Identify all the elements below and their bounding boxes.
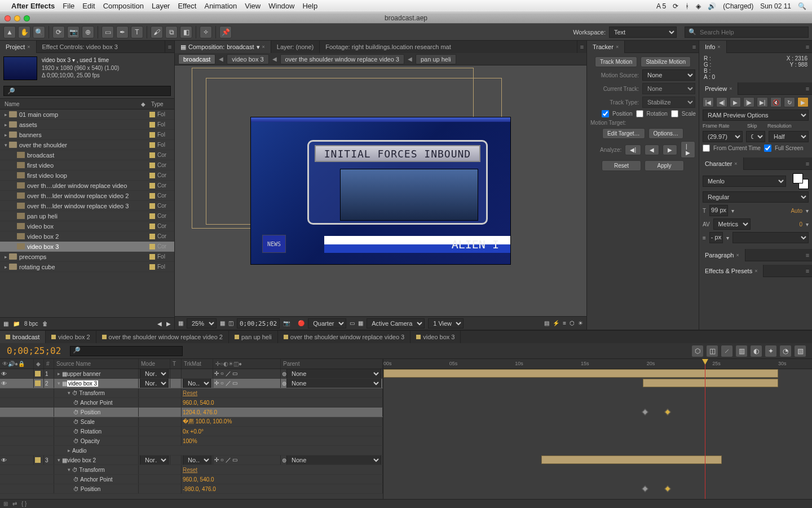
- col-label[interactable]: ◆: [141, 101, 151, 107]
- label-swatch[interactable]: [149, 112, 155, 117]
- battery-status[interactable]: (Charged): [723, 2, 753, 10]
- grid-icon[interactable]: ▦: [220, 320, 225, 326]
- effects-presets-tab[interactable]: Effects & Presets×: [699, 265, 764, 277]
- label-swatch[interactable]: [149, 142, 155, 148]
- edit-target-button[interactable]: Edit Target…: [602, 128, 645, 139]
- label-swatch[interactable]: [149, 173, 155, 178]
- layer-row[interactable]: ⏱ Opacity100%: [0, 436, 383, 446]
- trash-icon[interactable]: 🗑: [42, 321, 48, 327]
- info-tab[interactable]: Info×: [699, 41, 727, 53]
- panel-menu-icon[interactable]: ≡: [165, 43, 174, 50]
- label-swatch[interactable]: [149, 122, 155, 128]
- keyframe[interactable]: [664, 409, 670, 415]
- footage-tab[interactable]: Footage: right buildings.location resear…: [320, 41, 577, 53]
- hide-shy-icon[interactable]: ⟋: [721, 345, 733, 357]
- project-item[interactable]: video box 2Cor: [0, 231, 174, 242]
- loop-button[interactable]: ↻: [784, 97, 795, 107]
- ram-preview-options[interactable]: RAM Preview Options: [703, 110, 809, 121]
- project-item[interactable]: pan up heliCor: [0, 211, 174, 221]
- mask-icon[interactable]: ◫: [228, 320, 233, 326]
- label-swatch[interactable]: [149, 244, 155, 249]
- volume-icon[interactable]: 🔊: [708, 2, 716, 10]
- motion-source-select[interactable]: None: [642, 69, 695, 81]
- brackets-icon[interactable]: { }: [21, 501, 27, 507]
- panel-menu-icon[interactable]: ≡: [803, 160, 812, 167]
- project-item[interactable]: broadcastCor: [0, 150, 174, 160]
- scale-checkbox[interactable]: [671, 110, 678, 117]
- workspace-select[interactable]: Text: [609, 27, 677, 38]
- puppet-tool[interactable]: 📌: [219, 26, 232, 38]
- layer-row[interactable]: 👁3▾▦ video box 2Nor…No…✢ ○ ／ ▭⊚ None: [0, 456, 383, 465]
- menu-layer[interactable]: Layer: [152, 2, 170, 10]
- project-thumbnail[interactable]: [3, 56, 37, 80]
- font-size-input[interactable]: 99 px: [709, 205, 728, 216]
- panel-menu-icon[interactable]: ≡: [690, 43, 699, 50]
- position-checkbox[interactable]: [602, 110, 609, 117]
- app-name[interactable]: After Effects: [11, 2, 55, 10]
- layer-row[interactable]: ⏱ Position-980.0, 476.0: [0, 484, 383, 494]
- timeline-search[interactable]: 🔎: [70, 346, 183, 356]
- col-source-name[interactable]: Source Name: [54, 359, 139, 369]
- current-time[interactable]: 0;00;25;02: [237, 318, 280, 329]
- framerate-select[interactable]: (29.97): [703, 131, 743, 142]
- play-button[interactable]: ▶: [730, 97, 741, 107]
- layer-bar[interactable]: [643, 379, 778, 387]
- paragraph-tab[interactable]: Paragraph×: [699, 249, 745, 261]
- expand-icon[interactable]: ⊞: [3, 501, 8, 507]
- roi-icon[interactable]: ▭: [350, 320, 355, 326]
- project-item[interactable]: ▾over the shoulderFol: [0, 140, 174, 150]
- menu-animation[interactable]: Animation: [204, 2, 237, 10]
- label-swatch[interactable]: [149, 213, 155, 219]
- project-item[interactable]: video boxCor: [0, 221, 174, 231]
- layer-bar[interactable]: [383, 369, 778, 378]
- track-type-select[interactable]: Stabilize: [642, 97, 695, 108]
- full-screen-checkbox[interactable]: [764, 144, 771, 152]
- stabilize-button[interactable]: Stabilize Motion: [641, 56, 691, 67]
- roto-tool[interactable]: ✧: [200, 26, 212, 38]
- timeline-tab[interactable]: broadcast: [0, 331, 46, 343]
- prev-frame-button[interactable]: ◀|: [716, 97, 727, 107]
- analyze-back[interactable]: ◀: [645, 144, 659, 155]
- project-item[interactable]: over th…lder window replace video 2Cor: [0, 191, 174, 201]
- camera-tool[interactable]: 📷: [67, 26, 80, 38]
- timeline-tab[interactable]: over the shoulder window replace video 2: [96, 331, 229, 343]
- adobe-badge[interactable]: A 5: [656, 2, 666, 10]
- breadcrumb-item[interactable]: broadcast: [178, 54, 215, 64]
- menu-view[interactable]: View: [245, 2, 261, 10]
- keyframe[interactable]: [664, 485, 670, 492]
- layer-tab[interactable]: Layer: (none): [271, 41, 320, 53]
- layer-row[interactable]: ⏱ Anchor Point960.0, 540.0: [0, 475, 383, 484]
- font-family-select[interactable]: Menlo: [703, 176, 786, 187]
- pen-tool[interactable]: ✒: [116, 26, 129, 38]
- character-tab[interactable]: Character×: [699, 157, 744, 170]
- label-swatch[interactable]: [149, 152, 155, 158]
- menu-help[interactable]: Help: [302, 2, 317, 10]
- breadcrumb-item[interactable]: over the shoulder window replace video 3: [280, 54, 404, 64]
- stroke-style[interactable]: [732, 232, 809, 243]
- interpret-icon[interactable]: ▦: [3, 321, 8, 327]
- views-select[interactable]: 1 View: [428, 318, 464, 329]
- eraser-tool[interactable]: ◧: [180, 26, 192, 38]
- next-frame-button[interactable]: |▶: [743, 97, 754, 107]
- from-current-checkbox[interactable]: [703, 144, 710, 152]
- comp-flowchart-icon[interactable]: ⬡: [570, 320, 575, 326]
- project-list[interactable]: ▸01 main compFol▸assetsFol▸bannersFol▾ov…: [0, 110, 174, 317]
- new-folder-icon[interactable]: 📁: [13, 321, 20, 327]
- project-tab[interactable]: Project×: [0, 41, 37, 53]
- project-item[interactable]: over th…lder window replace video 3Cor: [0, 201, 174, 211]
- menu-effect[interactable]: Effect: [178, 2, 196, 10]
- resolution-select[interactable]: Quarter: [308, 318, 346, 329]
- breadcrumb-item[interactable]: video box 3: [227, 54, 268, 64]
- reset-button[interactable]: Reset: [602, 160, 641, 171]
- layer-bar[interactable]: [541, 456, 722, 464]
- layer-row[interactable]: ▾⏱ TransformReset: [0, 388, 383, 398]
- last-frame-button[interactable]: ▶|: [757, 97, 768, 107]
- ram-preview-button[interactable]: ▶: [797, 97, 809, 107]
- analyze-back-1[interactable]: ◀|: [625, 144, 641, 155]
- transparency-icon[interactable]: ▦: [358, 320, 363, 326]
- tracking-input[interactable]: 0: [799, 221, 802, 227]
- help-search-input[interactable]: [700, 29, 805, 36]
- help-search[interactable]: 🔍: [685, 27, 809, 38]
- exposure-icon[interactable]: ☀: [578, 320, 583, 326]
- hand-tool[interactable]: ✋: [18, 26, 30, 38]
